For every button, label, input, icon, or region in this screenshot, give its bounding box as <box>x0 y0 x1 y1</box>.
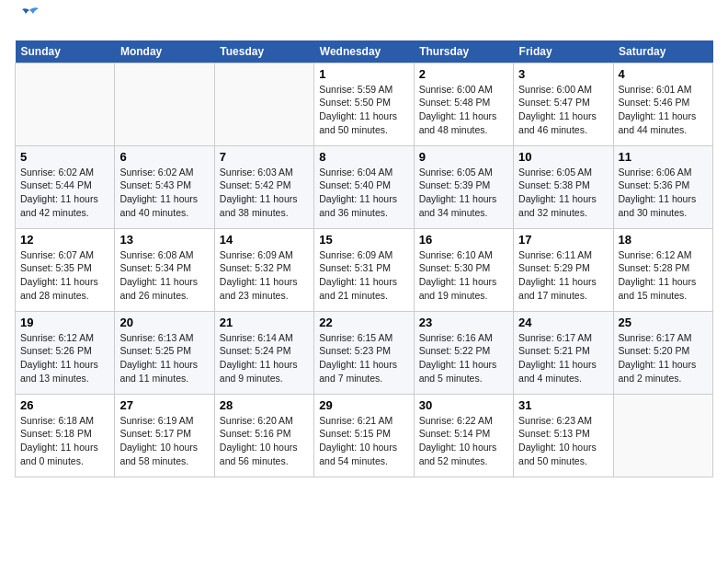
day-info: Sunrise: 6:12 AM Sunset: 5:28 PM Dayligh… <box>619 248 708 303</box>
day-info: Sunrise: 6:23 AM Sunset: 5:13 PM Dayligh… <box>518 414 608 468</box>
calendar-cell: 11Sunrise: 6:06 AM Sunset: 5:36 PM Dayli… <box>613 145 712 228</box>
calendar-cell: 25Sunrise: 6:17 AM Sunset: 5:20 PM Dayli… <box>613 311 712 394</box>
weekday-header-sunday: Sunday <box>16 40 115 63</box>
calendar-week-1: 1Sunrise: 5:59 AM Sunset: 5:50 PM Daylig… <box>16 63 713 145</box>
calendar-cell: 16Sunrise: 6:10 AM Sunset: 5:30 PM Dayli… <box>414 228 513 311</box>
calendar-cell: 24Sunrise: 6:17 AM Sunset: 5:21 PM Dayli… <box>514 311 613 394</box>
day-number: 6 <box>119 150 209 164</box>
calendar-cell: 29Sunrise: 6:21 AM Sunset: 5:15 PM Dayli… <box>314 394 414 477</box>
day-number: 26 <box>20 398 109 412</box>
calendar-cell: 6Sunrise: 6:02 AM Sunset: 5:43 PM Daylig… <box>115 145 214 228</box>
logo-bird-icon <box>17 6 42 25</box>
calendar-cell: 18Sunrise: 6:12 AM Sunset: 5:28 PM Dayli… <box>613 228 712 311</box>
day-info: Sunrise: 6:19 AM Sunset: 5:17 PM Dayligh… <box>119 414 209 468</box>
day-info: Sunrise: 6:11 AM Sunset: 5:29 PM Dayligh… <box>518 248 608 303</box>
day-info: Sunrise: 6:15 AM Sunset: 5:23 PM Dayligh… <box>319 331 408 385</box>
day-info: Sunrise: 6:01 AM Sunset: 5:46 PM Dayligh… <box>619 83 708 137</box>
day-number: 11 <box>619 150 708 164</box>
calendar-cell: 31Sunrise: 6:23 AM Sunset: 5:13 PM Dayli… <box>514 394 613 477</box>
day-info: Sunrise: 6:13 AM Sunset: 5:25 PM Dayligh… <box>119 331 209 385</box>
day-number: 1 <box>319 67 408 81</box>
day-info: Sunrise: 6:16 AM Sunset: 5:22 PM Dayligh… <box>419 331 508 385</box>
day-number: 16 <box>419 233 508 247</box>
day-number: 20 <box>119 316 209 329</box>
calendar-cell: 4Sunrise: 6:01 AM Sunset: 5:46 PM Daylig… <box>613 63 712 145</box>
calendar-cell: 3Sunrise: 6:00 AM Sunset: 5:47 PM Daylig… <box>514 63 613 145</box>
day-info: Sunrise: 6:03 AM Sunset: 5:42 PM Dayligh… <box>220 166 309 220</box>
calendar-cell <box>613 394 712 477</box>
calendar-cell: 10Sunrise: 6:05 AM Sunset: 5:38 PM Dayli… <box>514 145 613 228</box>
day-number: 17 <box>518 233 608 247</box>
calendar-cell: 15Sunrise: 6:09 AM Sunset: 5:31 PM Dayli… <box>314 228 414 311</box>
calendar-cell: 21Sunrise: 6:14 AM Sunset: 5:24 PM Dayli… <box>214 311 313 394</box>
calendar-cell: 28Sunrise: 6:20 AM Sunset: 5:16 PM Dayli… <box>214 394 313 477</box>
day-info: Sunrise: 6:14 AM Sunset: 5:24 PM Dayligh… <box>220 331 309 385</box>
calendar-cell: 23Sunrise: 6:16 AM Sunset: 5:22 PM Dayli… <box>414 311 513 394</box>
day-info: Sunrise: 5:59 AM Sunset: 5:50 PM Dayligh… <box>319 83 408 137</box>
day-info: Sunrise: 6:08 AM Sunset: 5:34 PM Dayligh… <box>119 248 209 303</box>
day-number: 19 <box>20 316 109 329</box>
day-number: 12 <box>20 233 109 247</box>
day-info: Sunrise: 6:00 AM Sunset: 5:47 PM Dayligh… <box>518 83 608 137</box>
logo <box>15 15 42 33</box>
calendar-cell <box>115 63 214 145</box>
day-info: Sunrise: 6:18 AM Sunset: 5:18 PM Dayligh… <box>20 414 109 468</box>
day-number: 21 <box>220 316 309 329</box>
calendar-cell: 17Sunrise: 6:11 AM Sunset: 5:29 PM Dayli… <box>514 228 613 311</box>
day-info: Sunrise: 6:07 AM Sunset: 5:35 PM Dayligh… <box>20 248 109 303</box>
day-info: Sunrise: 6:17 AM Sunset: 5:20 PM Dayligh… <box>619 331 708 385</box>
weekday-header-wednesday: Wednesday <box>314 40 414 63</box>
day-number: 9 <box>419 150 508 164</box>
weekday-header-thursday: Thursday <box>414 40 513 63</box>
calendar-week-4: 19Sunrise: 6:12 AM Sunset: 5:26 PM Dayli… <box>16 311 713 394</box>
weekday-header-saturday: Saturday <box>613 40 712 63</box>
day-info: Sunrise: 6:04 AM Sunset: 5:40 PM Dayligh… <box>319 166 408 220</box>
day-info: Sunrise: 6:12 AM Sunset: 5:26 PM Dayligh… <box>20 331 109 385</box>
day-number: 25 <box>619 316 708 329</box>
day-info: Sunrise: 6:05 AM Sunset: 5:38 PM Dayligh… <box>518 166 608 220</box>
calendar-cell: 27Sunrise: 6:19 AM Sunset: 5:17 PM Dayli… <box>115 394 214 477</box>
day-number: 28 <box>220 398 309 412</box>
calendar-cell: 26Sunrise: 6:18 AM Sunset: 5:18 PM Dayli… <box>16 394 115 477</box>
calendar-cell: 9Sunrise: 6:05 AM Sunset: 5:39 PM Daylig… <box>414 145 513 228</box>
page-header <box>15 15 713 33</box>
day-number: 27 <box>119 398 209 412</box>
day-info: Sunrise: 6:00 AM Sunset: 5:48 PM Dayligh… <box>419 83 508 137</box>
calendar-cell: 30Sunrise: 6:22 AM Sunset: 5:14 PM Dayli… <box>414 394 513 477</box>
calendar-cell: 13Sunrise: 6:08 AM Sunset: 5:34 PM Dayli… <box>115 228 214 311</box>
day-number: 22 <box>319 316 408 329</box>
calendar-week-5: 26Sunrise: 6:18 AM Sunset: 5:18 PM Dayli… <box>16 394 713 477</box>
calendar-cell <box>16 63 115 145</box>
calendar-cell: 2Sunrise: 6:00 AM Sunset: 5:48 PM Daylig… <box>414 63 513 145</box>
weekday-header-tuesday: Tuesday <box>214 40 313 63</box>
day-number: 18 <box>619 233 708 247</box>
day-info: Sunrise: 6:02 AM Sunset: 5:43 PM Dayligh… <box>119 166 209 220</box>
day-info: Sunrise: 6:06 AM Sunset: 5:36 PM Dayligh… <box>619 166 708 220</box>
weekday-header-monday: Monday <box>115 40 214 63</box>
day-number: 8 <box>319 150 408 164</box>
day-number: 5 <box>20 150 109 164</box>
calendar-cell: 14Sunrise: 6:09 AM Sunset: 5:32 PM Dayli… <box>214 228 313 311</box>
calendar-cell: 7Sunrise: 6:03 AM Sunset: 5:42 PM Daylig… <box>214 145 313 228</box>
calendar-week-2: 5Sunrise: 6:02 AM Sunset: 5:44 PM Daylig… <box>16 145 713 228</box>
day-number: 29 <box>319 398 408 412</box>
day-number: 7 <box>220 150 309 164</box>
day-number: 13 <box>119 233 209 247</box>
calendar-cell: 5Sunrise: 6:02 AM Sunset: 5:44 PM Daylig… <box>16 145 115 228</box>
day-info: Sunrise: 6:20 AM Sunset: 5:16 PM Dayligh… <box>220 414 309 468</box>
day-info: Sunrise: 6:22 AM Sunset: 5:14 PM Dayligh… <box>419 414 508 468</box>
day-number: 10 <box>518 150 608 164</box>
weekday-header-friday: Friday <box>514 40 613 63</box>
day-number: 23 <box>419 316 508 329</box>
day-info: Sunrise: 6:09 AM Sunset: 5:32 PM Dayligh… <box>220 248 309 303</box>
day-number: 31 <box>518 398 608 412</box>
calendar-cell: 8Sunrise: 6:04 AM Sunset: 5:40 PM Daylig… <box>314 145 414 228</box>
day-info: Sunrise: 6:09 AM Sunset: 5:31 PM Dayligh… <box>319 248 408 303</box>
calendar-cell: 22Sunrise: 6:15 AM Sunset: 5:23 PM Dayli… <box>314 311 414 394</box>
calendar-cell: 20Sunrise: 6:13 AM Sunset: 5:25 PM Dayli… <box>115 311 214 394</box>
calendar-cell: 1Sunrise: 5:59 AM Sunset: 5:50 PM Daylig… <box>314 63 414 145</box>
day-info: Sunrise: 6:17 AM Sunset: 5:21 PM Dayligh… <box>518 331 608 385</box>
day-number: 24 <box>518 316 608 329</box>
day-number: 3 <box>518 67 608 81</box>
calendar-week-3: 12Sunrise: 6:07 AM Sunset: 5:35 PM Dayli… <box>16 228 713 311</box>
